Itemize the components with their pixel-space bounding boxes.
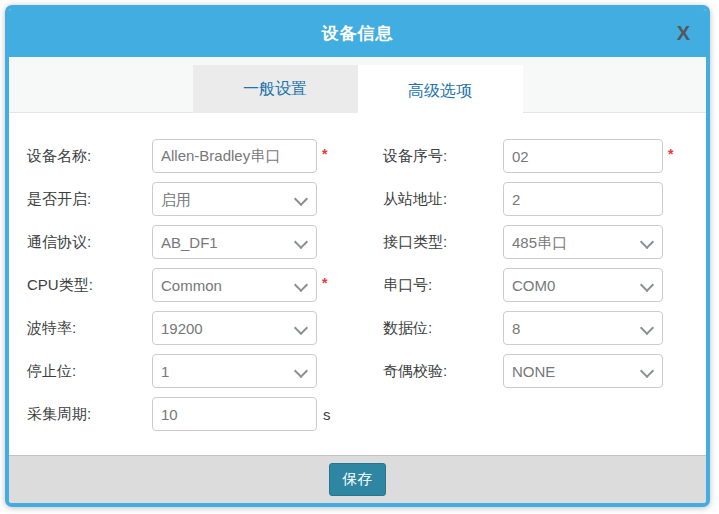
device-name-label: 设备名称:: [27, 147, 152, 166]
cpu-type-label: CPU类型:: [27, 276, 152, 295]
baud-rate-select[interactable]: 19200: [152, 311, 317, 345]
general-settings-form: 设备名称: * 设备序号: * 是否开启: 启用: [9, 113, 706, 455]
dialog-titlebar: 设备信息 X: [9, 9, 706, 57]
baud-rate-label: 波特率:: [27, 319, 152, 338]
stop-bits-select[interactable]: 1: [152, 354, 317, 388]
required-asterisk: *: [322, 275, 327, 291]
device-serial-label: 设备序号:: [383, 147, 503, 166]
save-button[interactable]: 保存: [329, 463, 386, 496]
parity-label: 奇偶校验:: [383, 362, 503, 381]
cpu-type-select[interactable]: Common: [152, 268, 317, 302]
required-asterisk: *: [322, 146, 327, 162]
slave-address-label: 从站地址:: [383, 190, 503, 209]
form-row: 波特率: 19200 数据位: 8: [27, 311, 706, 345]
device-serial-input[interactable]: [503, 139, 663, 173]
dialog-title: 设备信息: [322, 22, 394, 45]
protocol-select[interactable]: AB_DF1: [152, 225, 317, 259]
poll-period-input[interactable]: [152, 397, 317, 431]
tab-advanced-options[interactable]: 高级选项: [358, 65, 523, 118]
close-icon[interactable]: X: [677, 23, 690, 43]
form-row: 通信协议: AB_DF1 接口类型: 485串口: [27, 225, 706, 259]
enable-label: 是否开启:: [27, 190, 152, 209]
required-asterisk: *: [668, 146, 673, 162]
enable-select[interactable]: 启用: [152, 182, 317, 216]
form-row: 是否开启: 启用 从站地址:: [27, 182, 706, 216]
protocol-label: 通信协议:: [27, 233, 152, 252]
slave-address-input[interactable]: [503, 182, 663, 216]
data-bits-select[interactable]: 8: [503, 311, 663, 345]
device-name-input[interactable]: [152, 139, 317, 173]
tab-general-settings[interactable]: 一般设置: [193, 65, 358, 113]
parity-select[interactable]: NONE: [503, 354, 663, 388]
tab-bar: 一般设置 高级选项: [9, 57, 706, 113]
com-port-select[interactable]: COM0: [503, 268, 663, 302]
interface-type-label: 接口类型:: [383, 233, 503, 252]
form-row: CPU类型: Common * 串口号: COM0: [27, 268, 706, 302]
form-row: 停止位: 1 奇偶校验: NONE: [27, 354, 706, 388]
com-port-label: 串口号:: [383, 276, 503, 295]
poll-period-label: 采集周期:: [27, 405, 152, 424]
form-row: 采集周期: s: [27, 397, 706, 431]
seconds-unit-label: s: [323, 406, 331, 423]
stop-bits-label: 停止位:: [27, 362, 152, 381]
form-row: 设备名称: * 设备序号: *: [27, 139, 706, 173]
device-info-dialog: 设备信息 X 一般设置 高级选项 设备名称: * 设备序号: *: [5, 5, 710, 507]
data-bits-label: 数据位:: [383, 319, 503, 338]
dialog-footer: 保存: [9, 455, 706, 503]
interface-type-select[interactable]: 485串口: [503, 225, 663, 259]
